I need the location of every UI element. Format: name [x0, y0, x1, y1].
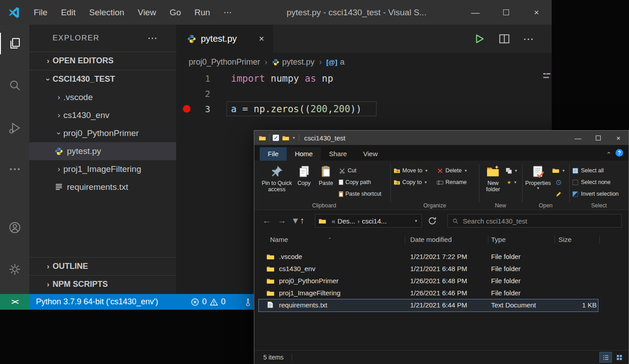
menu-view[interactable]: View	[131, 0, 163, 25]
settings-gear-icon[interactable]	[0, 255, 29, 284]
more-actions-icon[interactable]	[0, 155, 29, 184]
menu-edit[interactable]: Edit	[54, 0, 83, 25]
help-icon[interactable]: ?	[616, 149, 623, 157]
file-type: File folder	[491, 277, 521, 285]
breadcrumb-current-folder[interactable]: csci14...	[362, 217, 387, 225]
breakpoint-icon[interactable]	[183, 105, 190, 113]
divider[interactable]	[554, 236, 555, 244]
breadcrumb-desktop[interactable]: Des...	[337, 217, 355, 225]
close-button[interactable]: ×	[608, 131, 629, 145]
back-icon[interactable]: ←	[262, 210, 271, 232]
move-to-button[interactable]: Move to ▼	[394, 165, 437, 176]
divider[interactable]	[488, 236, 488, 244]
ribbon-group-open: Properties ▼ ▼ Open	[523, 161, 569, 210]
workspace-root-section[interactable]: › CSCI1430_TEST	[29, 70, 176, 88]
open-editors-section[interactable]: › OPEN EDITORS	[29, 52, 176, 70]
column-header-size[interactable]: Size	[558, 236, 571, 243]
outline-section[interactable]: › OUTLINE	[29, 257, 176, 275]
breadcrumb-folder[interactable]: proj0_PythonPrimer	[189, 57, 260, 67]
maximize-button[interactable]	[491, 0, 521, 25]
sidebar-item-proj1[interactable]: › proj1_ImageFiltering	[29, 160, 176, 178]
file-row-proj0[interactable]: proj0_PythonPrimer 1/26/2021 6:48 PM Fil…	[259, 275, 598, 287]
account-icon[interactable]	[0, 213, 29, 242]
file-row-requirements[interactable]: requirements.txt 1/21/2021 6:44 PM Text …	[259, 299, 598, 311]
forward-icon[interactable]: →	[278, 210, 286, 232]
collapsed-crumbs-icon[interactable]: «	[332, 217, 335, 225]
open-button[interactable]: ▼	[552, 165, 565, 176]
sidebar-more-icon[interactable]: ⋯	[147, 32, 157, 44]
problems-status[interactable]: 0 0	[191, 294, 226, 310]
quick-access-dropdown-icon[interactable]: ▼	[292, 136, 296, 140]
breadcrumb-file[interactable]: pytest.py	[282, 57, 314, 67]
rename-button[interactable]: Rename	[437, 176, 476, 188]
edit-button[interactable]	[556, 188, 562, 200]
copy-path-button[interactable]: Copy path	[339, 176, 388, 188]
copy-to-button[interactable]: Copy to ▼	[394, 176, 437, 188]
search-input[interactable]	[463, 217, 621, 225]
invert-selection-button[interactable]: Invert selection	[572, 188, 626, 200]
menu-tab-file[interactable]: File	[260, 147, 287, 161]
divider[interactable]	[405, 236, 405, 244]
history-button[interactable]	[556, 176, 562, 188]
collapse-ribbon-icon[interactable]: ›	[604, 152, 612, 154]
quick-access-new-folder-icon[interactable]	[282, 135, 289, 141]
minimize-button[interactable]: —	[460, 0, 491, 25]
column-header-name[interactable]: Name	[270, 236, 288, 243]
editor-more-icon[interactable]: ⋯	[523, 33, 534, 45]
file-row-vscode[interactable]: .vscode 1/21/2021 7:22 PM File folder	[259, 251, 598, 263]
new-item-button[interactable]: ▼	[506, 165, 518, 176]
select-all-button[interactable]: Select all	[572, 165, 626, 176]
address-toolbar: ← → ▼ ↑ « Des... › csci14... ▼	[254, 210, 629, 232]
quick-access-properties-icon[interactable]: ✓	[273, 135, 279, 141]
refresh-icon[interactable]	[428, 216, 437, 225]
address-bar[interactable]: « Des... › csci14... ▼	[315, 214, 422, 228]
close-button[interactable]: ×	[521, 0, 552, 25]
recent-locations-dropdown-icon[interactable]: ▼	[291, 210, 300, 232]
minimize-button[interactable]: —	[568, 131, 588, 145]
file-row-proj1[interactable]: proj1_ImageFiltering 1/26/2021 6:46 PM F…	[259, 287, 598, 299]
menu-tab-share[interactable]: Share	[321, 147, 355, 161]
sidebar-item-vscode[interactable]: › .vscode	[29, 88, 176, 106]
select-none-button[interactable]: Select none	[572, 176, 626, 188]
test-beaker-icon[interactable]	[244, 294, 252, 310]
search-icon[interactable]	[0, 71, 29, 100]
divider[interactable]	[599, 236, 600, 244]
maximize-button[interactable]	[588, 131, 608, 145]
details-view-icon[interactable]	[600, 352, 611, 362]
npm-scripts-section[interactable]: › NPM SCRIPTS	[29, 275, 176, 293]
explorer-icon[interactable]	[0, 29, 29, 58]
sidebar-item-cs1430-env[interactable]: › cs1430_env	[29, 106, 176, 124]
breadcrumb-symbol[interactable]: a	[340, 57, 345, 67]
explorer-titlebar: ✓ ▼ csci1430_test — ×	[254, 131, 629, 145]
remote-indicator[interactable]: ><	[0, 294, 29, 310]
address-dropdown-icon[interactable]: ▼	[414, 219, 418, 223]
run-debug-icon[interactable]	[0, 114, 29, 142]
column-header-date[interactable]: Date modified	[410, 236, 452, 243]
column-header-type[interactable]: Type	[491, 236, 506, 243]
python-interpreter-status[interactable]: Python 3.7.9 64-bit ('cs1430_env')	[36, 294, 158, 310]
menu-tab-home[interactable]: Home	[287, 147, 321, 161]
menu-selection[interactable]: Selection	[82, 0, 131, 25]
sidebar-item-pytest[interactable]: pytest.py	[29, 142, 176, 160]
sidebar-item-requirements[interactable]: requirements.txt	[29, 178, 176, 196]
file-row-cs1430-env[interactable]: cs1430_env 1/21/2021 6:48 PM File folder	[259, 263, 598, 275]
easy-access-button[interactable]: ★ ▼	[507, 176, 517, 188]
menu-more[interactable]: ⋯	[217, 0, 239, 25]
menu-tab-view[interactable]: View	[355, 147, 385, 161]
menu-run[interactable]: Run	[188, 0, 217, 25]
run-file-icon[interactable]	[474, 33, 486, 45]
error-count: 0	[202, 297, 207, 307]
paste-shortcut-button[interactable]: Paste shortcut	[339, 188, 388, 200]
explorer-menubar: File Home Share View › ?	[254, 145, 629, 161]
menu-go[interactable]: Go	[163, 0, 187, 25]
tab-pytest[interactable]: pytest.py ×	[176, 25, 273, 53]
thumbnail-view-icon[interactable]	[613, 352, 625, 362]
up-icon[interactable]: ↑	[300, 210, 305, 232]
sidebar-item-proj0[interactable]: › proj0_PythonPrimer	[29, 124, 176, 142]
split-editor-icon[interactable]	[498, 33, 510, 45]
group-label-open: Open	[523, 202, 569, 209]
menu-file[interactable]: File	[27, 0, 54, 25]
tab-close-icon[interactable]: ×	[259, 34, 264, 44]
cut-button[interactable]: Cut	[339, 165, 388, 176]
delete-button[interactable]: Delete ▼	[437, 165, 476, 176]
